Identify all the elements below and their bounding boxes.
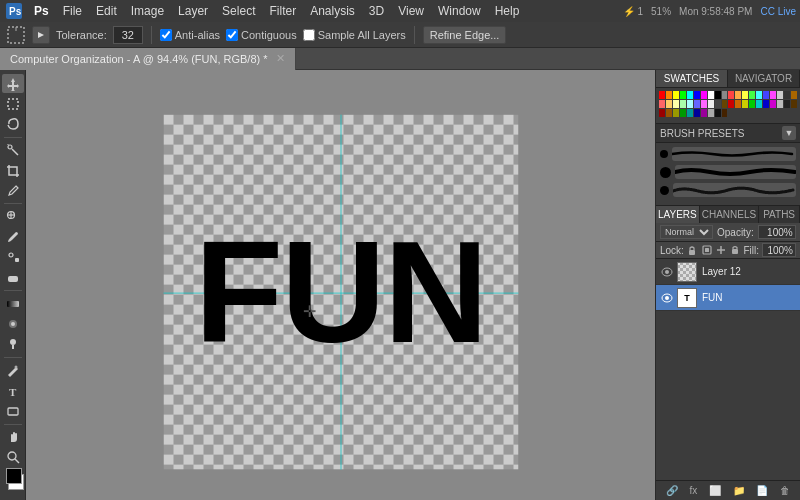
swatch-cell[interactable]: [708, 100, 714, 108]
gradient-tool[interactable]: [2, 294, 24, 313]
swatch-cell[interactable]: [659, 91, 665, 99]
layer-visibility-1[interactable]: [660, 291, 674, 305]
sample-all-checkbox[interactable]: [303, 29, 315, 41]
swatch-cell[interactable]: [701, 100, 707, 108]
swatch-cell[interactable]: [687, 109, 693, 117]
swatch-cell[interactable]: [701, 109, 707, 117]
anti-alias-checkbox[interactable]: [160, 29, 172, 41]
marquee-tool[interactable]: [2, 94, 24, 113]
layer-visibility-0[interactable]: [660, 265, 674, 279]
swatch-cell[interactable]: [770, 91, 776, 99]
menu-layer[interactable]: Layer: [172, 2, 214, 20]
close-tab-icon[interactable]: ✕: [276, 52, 285, 65]
swatch-cell[interactable]: [735, 100, 741, 108]
swatch-cell[interactable]: [666, 109, 672, 117]
swatch-cell[interactable]: [708, 91, 714, 99]
layer-styles-icon[interactable]: fx: [690, 485, 698, 496]
menu-window[interactable]: Window: [432, 2, 487, 20]
eyedropper-tool[interactable]: [2, 181, 24, 200]
paths-tab[interactable]: PATHS: [759, 206, 800, 223]
swatch-cell[interactable]: [791, 91, 797, 99]
swatch-cell[interactable]: [715, 91, 721, 99]
swatch-cell[interactable]: [673, 91, 679, 99]
menu-view[interactable]: View: [392, 2, 430, 20]
swatch-cell[interactable]: [715, 109, 721, 117]
blend-mode-select[interactable]: Normal Multiply Screen: [660, 225, 713, 239]
swatch-cell[interactable]: [680, 100, 686, 108]
swatch-cell[interactable]: [742, 91, 748, 99]
swatch-cell[interactable]: [728, 100, 734, 108]
swatch-cell[interactable]: [728, 91, 734, 99]
brush-item-2[interactable]: [660, 165, 796, 179]
document-tab[interactable]: Computer Organization - A @ 94.4% (FUN, …: [0, 48, 296, 70]
swatches-tab[interactable]: SWATCHES: [656, 70, 728, 87]
brush-item-1[interactable]: [660, 147, 796, 161]
swatch-cell[interactable]: [749, 91, 755, 99]
swatch-cell[interactable]: [784, 91, 790, 99]
swatch-cell[interactable]: [694, 100, 700, 108]
text-tool[interactable]: T: [2, 381, 24, 400]
navigator-tab[interactable]: NAVIGATOR: [728, 70, 800, 87]
swatch-cell[interactable]: [749, 100, 755, 108]
link-layers-icon[interactable]: 🔗: [666, 485, 678, 496]
swatch-cell[interactable]: [735, 91, 741, 99]
zoom-tool[interactable]: [2, 448, 24, 467]
swatch-cell[interactable]: [680, 109, 686, 117]
menu-help[interactable]: Help: [489, 2, 526, 20]
swatch-cell[interactable]: [659, 100, 665, 108]
swatch-cell[interactable]: [715, 100, 721, 108]
layer-row-0[interactable]: Layer 12: [656, 259, 800, 285]
swatch-cell[interactable]: [694, 91, 700, 99]
eraser-tool[interactable]: [2, 268, 24, 287]
lock-image-icon[interactable]: [701, 243, 712, 257]
move-tool[interactable]: [2, 74, 24, 93]
swatch-cell[interactable]: [742, 100, 748, 108]
swatch-cell[interactable]: [722, 109, 728, 117]
menu-filter[interactable]: Filter: [263, 2, 302, 20]
fill-input[interactable]: [762, 243, 796, 257]
layers-tab[interactable]: LAYERS: [656, 206, 700, 223]
swatch-cell[interactable]: [784, 100, 790, 108]
healing-tool[interactable]: [2, 207, 24, 226]
swatch-cell[interactable]: [701, 91, 707, 99]
delete-layer-icon[interactable]: 🗑: [780, 485, 790, 496]
menu-edit[interactable]: Edit: [90, 2, 123, 20]
new-group-icon[interactable]: 📁: [733, 485, 745, 496]
pen-tool[interactable]: [2, 361, 24, 380]
brush-options-btn[interactable]: ▼: [782, 126, 796, 140]
lock-transparent-icon[interactable]: [687, 243, 698, 257]
menu-select[interactable]: Select: [216, 2, 261, 20]
swatch-cell[interactable]: [673, 109, 679, 117]
lock-position-icon[interactable]: [715, 243, 726, 257]
canvas-area[interactable]: FUN ✛: [26, 70, 655, 500]
lock-all-icon[interactable]: [729, 243, 740, 257]
swatch-cell[interactable]: [770, 100, 776, 108]
lasso-tool[interactable]: [2, 115, 24, 134]
magic-wand-tool[interactable]: [2, 141, 24, 160]
swatch-cell[interactable]: [756, 100, 762, 108]
swatch-cell[interactable]: [722, 91, 728, 99]
swatch-cell[interactable]: [694, 109, 700, 117]
hand-tool[interactable]: [2, 427, 24, 446]
layer-mask-icon[interactable]: ⬜: [709, 485, 721, 496]
swatch-cell[interactable]: [777, 100, 783, 108]
swatch-cell[interactable]: [666, 91, 672, 99]
clone-tool[interactable]: [2, 248, 24, 267]
foreground-color[interactable]: [6, 468, 22, 484]
new-layer-icon[interactable]: 📄: [756, 485, 768, 496]
opacity-input[interactable]: [758, 225, 796, 239]
tolerance-input[interactable]: [113, 26, 143, 44]
swatch-cell[interactable]: [673, 100, 679, 108]
swatch-cell[interactable]: [666, 100, 672, 108]
layer-row-1[interactable]: T FUN: [656, 285, 800, 311]
swatch-cell[interactable]: [763, 100, 769, 108]
dodge-tool[interactable]: [2, 335, 24, 354]
swatch-cell[interactable]: [763, 91, 769, 99]
crop-tool[interactable]: [2, 161, 24, 180]
marquee-style-btn[interactable]: [32, 26, 50, 44]
menu-photoshop[interactable]: Ps: [28, 2, 55, 20]
channels-tab[interactable]: CHANNELS: [700, 206, 759, 223]
menu-file[interactable]: File: [57, 2, 88, 20]
blur-tool[interactable]: [2, 314, 24, 333]
shape-tool[interactable]: [2, 401, 24, 420]
